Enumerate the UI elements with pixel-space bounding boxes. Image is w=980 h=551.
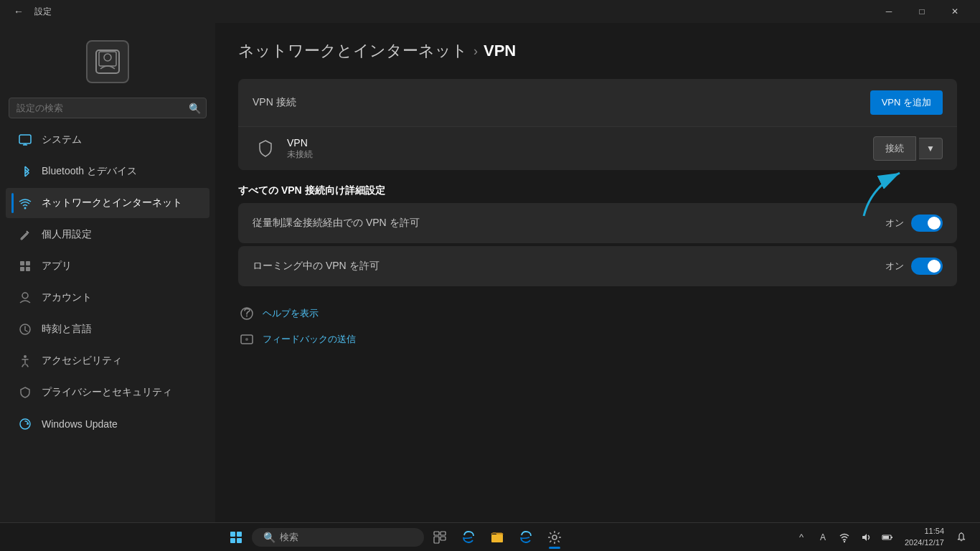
- sidebar-item-accessibility[interactable]: アクセシビリティ: [6, 346, 209, 376]
- sidebar-item-privacy[interactable]: プライバシーとセキュリティ: [6, 377, 209, 408]
- sidebar-item-time[interactable]: 時刻と言語: [6, 314, 209, 344]
- tray-font[interactable]: A: [813, 527, 833, 547]
- advanced-settings-title: すべての VPN 接続向け詳細設定: [238, 184, 957, 197]
- vpn-connections-card: VPN 接続 VPN を追加 VPN 未接続 接続 ▼: [238, 79, 957, 170]
- vpn-info: VPN 未接続: [287, 137, 873, 161]
- sidebar-item-system[interactable]: システム: [6, 125, 209, 155]
- svg-rect-6: [26, 261, 30, 265]
- maximize-button[interactable]: □: [905, 0, 938, 23]
- sidebar-item-apps[interactable]: アプリ: [6, 251, 209, 281]
- tray-volume[interactable]: [856, 527, 876, 547]
- svg-rect-7: [20, 267, 24, 271]
- roaming-state-label: オン: [885, 260, 904, 273]
- taskbar: 🔍 検索: [0, 522, 980, 551]
- personal-icon: [17, 227, 33, 242]
- avatar[interactable]: [86, 40, 129, 83]
- vpn-status: 未接続: [287, 149, 873, 161]
- add-vpn-button[interactable]: VPN を追加: [870, 90, 943, 115]
- sidebar-item-bluetooth[interactable]: Bluetooth とデバイス: [6, 156, 209, 187]
- breadcrumb-separator: ›: [473, 44, 478, 59]
- sidebar-item-privacy-label: プライバシーとセキュリティ: [42, 386, 172, 399]
- system-tray: ^ A: [791, 527, 897, 547]
- sidebar-item-network[interactable]: ネットワークとインターネット: [6, 188, 209, 218]
- roaming-row: ローミング中の VPN を許可 オン: [238, 246, 957, 286]
- close-button[interactable]: ✕: [938, 0, 971, 23]
- svg-rect-8: [26, 267, 30, 271]
- help-link-item[interactable]: ヘルプを表示: [238, 301, 957, 326]
- taskbar-search-text: 検索: [280, 531, 298, 544]
- svg-point-2: [104, 54, 111, 61]
- sidebar-item-accessibility-label: アクセシビリティ: [42, 354, 122, 367]
- svg-point-9: [22, 293, 28, 298]
- sidebar-item-update-label: Windows Update: [42, 418, 118, 430]
- sidebar-item-accounts-label: アカウント: [42, 291, 92, 304]
- apps-icon: [17, 258, 33, 274]
- svg-rect-20: [237, 538, 242, 543]
- svg-point-27: [844, 540, 845, 542]
- svg-point-26: [552, 535, 557, 540]
- sidebar-item-personal[interactable]: 個人用設定: [6, 220, 209, 250]
- sidebar-item-time-label: 時刻と言語: [42, 323, 92, 336]
- taskbar-taskview[interactable]: [427, 524, 453, 550]
- metered-connection-row: 従量制課金接続経由での VPN を許可 オン: [238, 203, 957, 243]
- system-icon: [17, 132, 33, 148]
- feedback-link-item[interactable]: フィードバックの送信: [238, 326, 957, 352]
- feedback-icon: [238, 331, 255, 348]
- clock-date: 2024/12/17: [905, 537, 944, 548]
- privacy-icon: [17, 385, 33, 400]
- tray-battery[interactable]: [877, 527, 897, 547]
- taskbar-settings[interactable]: [542, 524, 567, 550]
- tray-wifi[interactable]: [834, 527, 854, 547]
- vpn-section-title: VPN 接続: [253, 96, 296, 109]
- sidebar-item-accounts[interactable]: アカウント: [6, 283, 209, 313]
- time-icon: [17, 321, 33, 337]
- help-icon: [238, 305, 255, 322]
- breadcrumb[interactable]: ネットワークとインターネット: [238, 40, 468, 62]
- search-box[interactable]: 🔍: [9, 98, 207, 118]
- sidebar-item-network-label: ネットワークとインターネット: [42, 197, 182, 209]
- sidebar-item-bluetooth-label: Bluetooth とデバイス: [42, 165, 137, 178]
- roaming-toggle-right: オン: [885, 258, 943, 275]
- notification-bell[interactable]: [951, 527, 971, 547]
- avatar-area: [0, 29, 215, 92]
- page-title: VPN: [484, 42, 516, 60]
- titlebar: ← 設定 ─ □ ✕: [0, 0, 980, 23]
- back-button[interactable]: ←: [9, 1, 29, 22]
- taskbar-edge1[interactable]: [456, 524, 481, 550]
- clock-time: 11:54: [905, 526, 944, 537]
- sidebar-item-update[interactable]: Windows Update: [6, 409, 209, 439]
- taskbar-center: 🔍 検索: [0, 524, 791, 550]
- connect-button[interactable]: 接続: [873, 136, 916, 161]
- svg-rect-17: [230, 532, 235, 537]
- metered-connection-label: 従量制課金接続経由での VPN を許可: [253, 217, 420, 230]
- taskbar-search[interactable]: 🔍 検索: [252, 528, 424, 547]
- roaming-toggle[interactable]: [911, 258, 943, 275]
- feedback-text[interactable]: フィードバックの送信: [263, 333, 356, 346]
- vpn-shield-icon: [253, 136, 278, 161]
- card-header: VPN 接続 VPN を追加: [238, 79, 957, 126]
- clock[interactable]: 11:54 2024/12/17: [900, 524, 948, 550]
- search-icon: 🔍: [189, 103, 201, 114]
- sidebar-item-apps-label: アプリ: [42, 260, 72, 273]
- metered-toggle[interactable]: [911, 215, 943, 232]
- taskbar-edge2[interactable]: [513, 524, 539, 550]
- svg-rect-25: [491, 534, 503, 542]
- metered-toggle-right: オン: [885, 215, 943, 232]
- window-controls: ─ □ ✕: [872, 0, 971, 23]
- search-input[interactable]: [9, 98, 207, 118]
- svg-rect-21: [434, 532, 439, 535]
- dropdown-button[interactable]: ▼: [919, 138, 943, 159]
- minimize-button[interactable]: ─: [872, 0, 905, 23]
- main-content: ネットワークとインターネット › VPN VPN 接続 VPN を追加: [215, 23, 980, 522]
- tray-chevron[interactable]: ^: [791, 527, 811, 547]
- help-text[interactable]: ヘルプを表示: [263, 307, 319, 320]
- vpn-connection-row: VPN 未接続 接続 ▼: [238, 126, 957, 170]
- svg-point-12: [20, 419, 30, 429]
- svg-rect-19: [230, 538, 235, 543]
- taskbar-explorer[interactable]: [484, 524, 510, 550]
- sidebar: 🔍 システム Bluetooth とデバイス ネットワークとインターネット: [0, 23, 215, 522]
- start-button[interactable]: [223, 524, 249, 550]
- svg-point-11: [24, 355, 27, 358]
- sidebar-item-system-label: システム: [42, 133, 82, 146]
- content-area: 🔍 システム Bluetooth とデバイス ネットワークとインターネット: [0, 23, 980, 522]
